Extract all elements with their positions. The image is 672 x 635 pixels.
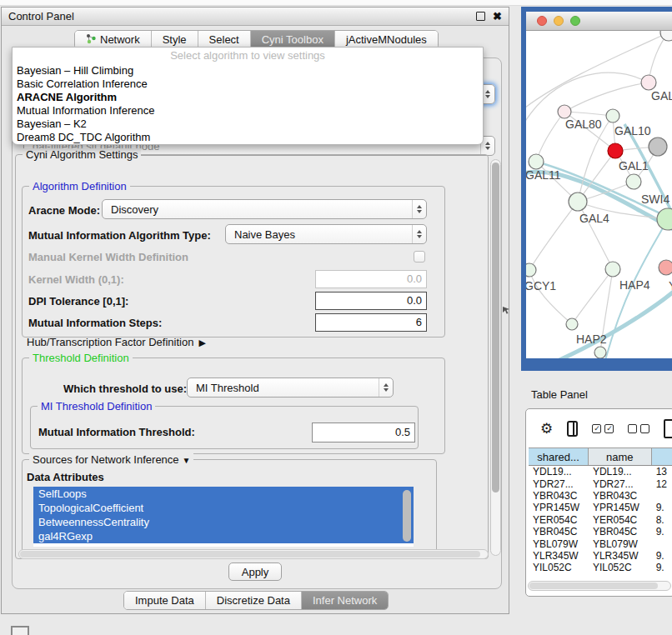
network-node-gal11[interactable] bbox=[529, 154, 544, 169]
gear-icon[interactable]: ⚙ bbox=[540, 422, 553, 436]
mi-threshold-input[interactable]: 0.5 bbox=[312, 422, 415, 442]
network-window-titlebar[interactable] bbox=[526, 12, 672, 31]
aracne-mode-label: Aracne Mode: bbox=[28, 204, 100, 217]
mi-steps-input[interactable]: 6 bbox=[315, 313, 427, 332]
zoom-traffic-light[interactable] bbox=[570, 16, 580, 26]
attribute-item[interactable]: SelfLoops bbox=[33, 487, 414, 501]
network-node-gal80[interactable] bbox=[558, 105, 571, 118]
column-header[interactable]: name bbox=[589, 448, 652, 465]
table-header-row: shared...name bbox=[529, 448, 672, 466]
table-row[interactable]: YLR345WYLR345W9. bbox=[529, 550, 672, 562]
data-attributes-list[interactable]: SelfLoopsTopologicalCoefficientBetweenne… bbox=[33, 487, 414, 547]
table-row[interactable]: YDL19...YDL19...13 bbox=[529, 466, 672, 478]
network-node[interactable] bbox=[660, 31, 672, 41]
columns-icon[interactable] bbox=[567, 421, 578, 437]
close-traffic-light[interactable] bbox=[537, 16, 547, 26]
apply-button[interactable]: Apply bbox=[228, 562, 282, 581]
hub-definition-expander[interactable]: Hub/Transcription Factor Definition▶ bbox=[27, 336, 206, 348]
table-row[interactable]: YBR045CYBR045C9. bbox=[529, 526, 672, 538]
mi-steps-label: Mutual Information Steps: bbox=[28, 317, 162, 329]
dpi-tolerance-input[interactable]: 0.0 bbox=[315, 292, 427, 310]
sources-group-title[interactable]: Sources for Network Inference▼ bbox=[29, 453, 193, 466]
table-row[interactable]: YBL079WYBL079W bbox=[529, 538, 672, 549]
deselect-all-columns-icon[interactable] bbox=[628, 424, 649, 433]
network-node-gal[interactable] bbox=[641, 75, 656, 90]
network-node-hap2[interactable] bbox=[566, 318, 578, 330]
algorithm-dropdown-popup: Select algorithm to view settings Bayesi… bbox=[12, 47, 484, 145]
node-label: SWI4 bbox=[641, 192, 669, 206]
network-node-y[interactable] bbox=[659, 260, 672, 275]
aracne-mode-combo[interactable]: Discovery bbox=[102, 199, 427, 219]
tab-impute-data[interactable]: Impute Data bbox=[124, 592, 206, 609]
select-all-columns-icon[interactable]: ✓✓ bbox=[592, 424, 614, 433]
table-cell: 9. bbox=[652, 526, 672, 538]
attributes-list-scrollbar[interactable] bbox=[403, 490, 411, 542]
settings-group-title: Cyni Algorithm Settings bbox=[23, 148, 141, 161]
kernel-width-label: Kernel Width (0,1): bbox=[28, 273, 124, 286]
table-horizontal-scrollbar[interactable] bbox=[528, 581, 671, 591]
network-node[interactable] bbox=[594, 347, 606, 358]
dropdown-item[interactable]: Bayesian – Hill Climbing bbox=[13, 64, 483, 78]
table-cell: YBL079W bbox=[589, 538, 652, 550]
table-cell: YPR145W bbox=[529, 502, 589, 513]
network-node[interactable] bbox=[657, 208, 672, 230]
which-threshold-combo[interactable]: MI Threshold bbox=[187, 378, 394, 398]
attribute-item[interactable]: gal4RGexp bbox=[33, 529, 414, 543]
tab-discretize-data[interactable]: Discretize Data bbox=[206, 592, 302, 609]
close-icon[interactable]: ✖ bbox=[493, 12, 502, 20]
float-icon[interactable] bbox=[476, 12, 485, 21]
tab-network[interactable]: Network bbox=[75, 31, 152, 48]
table-cell: YER054C bbox=[589, 514, 652, 526]
network-node-gal10[interactable] bbox=[606, 109, 619, 122]
minimize-traffic-light[interactable] bbox=[554, 16, 564, 26]
kernel-width-input[interactable]: 0.0 bbox=[315, 270, 427, 288]
table-row[interactable]: YIL052CYIL052C9. bbox=[529, 562, 672, 573]
network-node-swi4[interactable] bbox=[626, 174, 641, 189]
network-node-gcy1[interactable] bbox=[526, 263, 536, 277]
table-panel-title: Table Panel bbox=[531, 388, 588, 401]
tab-cyni-toolbox[interactable]: Cyni Toolbox bbox=[251, 31, 335, 48]
network-canvas[interactable]: GALGAL80GAL10GAL1GAL11SWI4GAL4GCY1HAP4YH… bbox=[526, 31, 672, 358]
tab-style[interactable]: Style bbox=[152, 31, 198, 48]
attribute-item[interactable]: BetweennessCentrality bbox=[33, 515, 414, 529]
control-panel-titlebar: Control Panel ✖ bbox=[2, 8, 509, 26]
manual-kernel-checkbox[interactable] bbox=[414, 251, 425, 262]
table-cell: YBL079W bbox=[529, 538, 589, 550]
expander-arrow-icon: ▶ bbox=[198, 338, 205, 348]
column-header[interactable]: shared... bbox=[529, 448, 589, 465]
dropdown-item[interactable]: Mutual Information Inference bbox=[13, 104, 483, 118]
table-cell: YPR145W bbox=[589, 502, 652, 513]
table-cell: YBR043C bbox=[529, 490, 589, 502]
mi-type-combo[interactable]: Naive Bayes bbox=[225, 224, 427, 244]
dropdown-item[interactable]: ARACNE Algorithm bbox=[13, 91, 483, 104]
minimized-panel-icon[interactable] bbox=[11, 626, 29, 635]
mi-threshold-label: Mutual Information Threshold: bbox=[38, 426, 195, 438]
table-cell: YIL052C bbox=[589, 562, 652, 573]
table-row[interactable]: YDR27...YDR27...12 bbox=[529, 478, 672, 489]
network-icon bbox=[86, 33, 97, 47]
settings-horizontal-scrollbar[interactable] bbox=[18, 549, 489, 559]
dropdown-items: Bayesian – Hill ClimbingBasic Correlatio… bbox=[13, 64, 483, 144]
settings-vertical-scrollbar[interactable] bbox=[490, 159, 501, 556]
dropdown-item[interactable]: Dream8 DC_TDC Algorithm bbox=[13, 131, 483, 144]
tab-jactivemnodules[interactable]: jActiveMNodules bbox=[335, 31, 438, 48]
network-node[interactable] bbox=[649, 138, 667, 156]
table-row[interactable]: YER054CYER054C8. bbox=[529, 514, 672, 526]
network-view-window: GALGAL80GAL10GAL1GAL11SWI4GAL4GCY1HAP4YH… bbox=[521, 7, 672, 371]
node-table: shared...name YDL19...YDL19...13YDR27...… bbox=[529, 448, 672, 574]
combo-arrows-icon bbox=[412, 200, 426, 218]
network-node-hap4[interactable] bbox=[605, 262, 620, 277]
column-header[interactable] bbox=[652, 448, 672, 465]
tab-infer-network[interactable]: Infer Network bbox=[302, 592, 388, 609]
table-row[interactable]: YPR145WYPR145W9. bbox=[529, 502, 672, 513]
document-icon[interactable] bbox=[664, 419, 672, 438]
network-node-gal1[interactable] bbox=[608, 143, 623, 158]
attribute-item[interactable]: TopologicalCoefficient bbox=[33, 501, 414, 515]
dropdown-item[interactable]: Basic Correlation Inference bbox=[13, 78, 483, 91]
mi-threshold-group-title: MI Threshold Definition bbox=[38, 400, 155, 412]
dropdown-item[interactable]: Bayesian – K2 bbox=[13, 118, 483, 131]
network-node-gal4[interactable] bbox=[569, 192, 587, 211]
tab-select[interactable]: Select bbox=[198, 31, 251, 48]
table-row[interactable]: YBR043CYBR043C bbox=[529, 490, 672, 502]
node-label: GAL1 bbox=[619, 159, 649, 172]
